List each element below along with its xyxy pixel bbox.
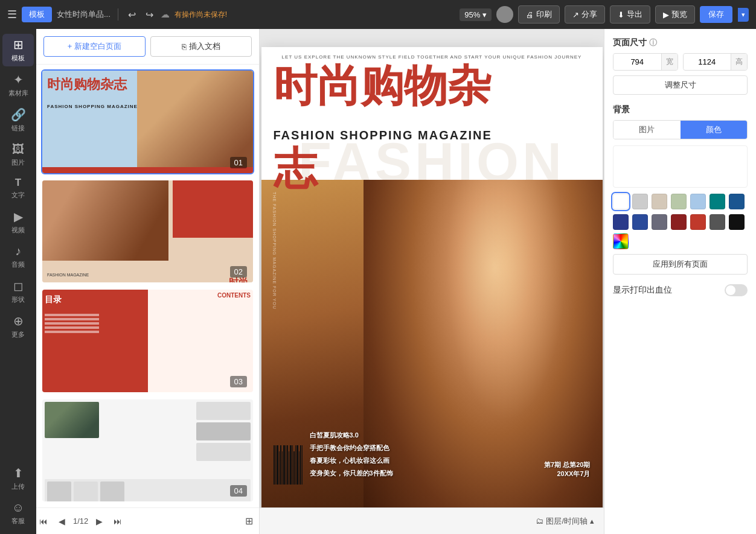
save-button[interactable]: 保存 (700, 6, 732, 23)
menu-icon[interactable]: ☰ (7, 8, 17, 21)
redo-button[interactable]: ↪ (143, 8, 156, 22)
sidebar-item-audio[interactable]: ♪ 音频 (2, 241, 34, 273)
width-label: 宽 (661, 54, 678, 70)
sidebar-item-video[interactable]: ▶ 视频 (2, 206, 34, 238)
adjust-size-button[interactable]: 调整尺寸 (613, 75, 748, 95)
height-label: 高 (731, 54, 747, 70)
last-page-button[interactable]: ⏭ (111, 515, 125, 527)
color-swatch-black[interactable] (729, 214, 745, 230)
assets-icon: ✦ (13, 72, 24, 87)
color-swatch-indigo[interactable] (632, 214, 648, 230)
canvas-issue-info: 第7期 总第20期 20XX年7月 (544, 460, 590, 478)
canvas-vertical-text: THE FASHION SHOPPING MAGAZINE FOR YOU (272, 192, 277, 310)
color-swatch-teal[interactable] (710, 194, 725, 209)
cloud-icon: ☁ (161, 9, 170, 20)
more-icon: ⊕ (13, 314, 24, 328)
shape-icon: ◻ (13, 279, 24, 293)
apply-all-button[interactable]: 应用到所有页面 (613, 254, 748, 275)
thumb2-desc: FASHION MAGAZINE (47, 273, 89, 277)
bg-tab-image[interactable]: 图片 (613, 121, 681, 139)
size-inputs: 宽 高 (613, 53, 748, 71)
height-input-group: 高 (683, 53, 748, 71)
page-nav: ⏮ ◀ 1/12 ▶ ⏭ ⊞ (36, 507, 259, 534)
thumbnail-item[interactable]: 时尚 FASHION MAGAZINE 02 (41, 179, 254, 284)
main-layout: ⊞ 模板 ✦ 素材库 🔗 链接 🖼 图片 T 文字 ▶ 视频 ♪ 音频 ◻ (0, 29, 756, 534)
insert-doc-button[interactable]: ⎘ 插入文档 (150, 36, 252, 57)
thumb-badge: 04 (230, 485, 247, 497)
play-icon: ▶ (663, 10, 669, 19)
sidebar-item-label-more: 更多 (11, 330, 25, 339)
color-swatch-rainbow[interactable] (613, 234, 629, 249)
grid-view-button[interactable]: ⊞ (245, 515, 253, 527)
canvas-page[interactable]: LET US EXPLORE THE UNKNOWN STYLE FIELD T… (261, 47, 603, 507)
color-swatch-skyblue[interactable] (690, 194, 706, 209)
thumbnail-item[interactable]: 04 (41, 398, 254, 503)
canvas-area: LET US EXPLORE THE UNKNOWN STYLE FIELD T… (260, 29, 604, 534)
share-button[interactable]: ↗ 分享 (565, 5, 605, 24)
thumbnail-item[interactable]: 目录 CONTENTS 03 (41, 288, 254, 393)
save-dropdown-button[interactable]: ▾ (738, 8, 749, 22)
sidebar-item-label-audio: 音频 (11, 260, 25, 269)
layers-timeline-button[interactable]: 🗂 图层/时间轴 ▴ (536, 516, 594, 527)
color-swatch-darkgray[interactable] (652, 214, 667, 230)
color-swatches (613, 194, 748, 209)
image-icon: 🖼 (12, 142, 24, 156)
width-input[interactable] (613, 54, 661, 69)
sidebar-item-template[interactable]: ⊞ 模板 (2, 34, 34, 66)
sidebar-item-service[interactable]: ☺ 客服 (2, 497, 34, 529)
thumb1-title: 时尚购物杂志 (47, 75, 127, 94)
color-swatch-lightgray[interactable] (632, 194, 648, 209)
sidebar-item-image[interactable]: 🖼 图片 (2, 139, 34, 171)
sidebar-item-link[interactable]: 🔗 链接 (2, 104, 34, 136)
color-swatch-brown[interactable] (671, 214, 687, 230)
share-icon: ↗ (572, 10, 579, 19)
sidebar-item-label-link: 链接 (11, 124, 25, 133)
color-swatch-sage[interactable] (671, 194, 687, 209)
page-size-title: 页面尺寸 ⓘ (613, 37, 748, 48)
bleed-section: 显示打印出血位 (613, 284, 748, 296)
insert-icon: ⎘ (182, 42, 187, 51)
text-icon: T (15, 177, 21, 189)
sidebar-icons: ⊞ 模板 ✦ 素材库 🔗 链接 🖼 图片 T 文字 ▶ 视频 ♪ 音频 ◻ (0, 29, 36, 534)
print-button[interactable]: 🖨 印刷 (518, 5, 560, 24)
sidebar-item-label-image: 图片 (11, 158, 25, 167)
height-input[interactable] (684, 54, 731, 69)
service-icon: ☺ (12, 501, 24, 515)
page-current: 1/12 (73, 517, 88, 526)
new-page-button[interactable]: + 新建空白页面 (43, 36, 146, 57)
color-swatch-darkblue[interactable] (613, 214, 629, 230)
page-size-section: 页面尺寸 ⓘ 宽 高 调整尺寸 (613, 37, 748, 95)
export-button[interactable]: ⬇ 导出 (610, 5, 650, 24)
canvas-scroll[interactable]: LET US EXPLORE THE UNKNOWN STYLE FIELD T… (260, 29, 604, 507)
zoom-control[interactable]: 95% ▾ (460, 8, 492, 21)
upload-icon: ⬆ (13, 466, 24, 480)
user-avatar[interactable] (496, 6, 513, 23)
thumbnail-list: 时尚购物杂志 FASHION SHOPPING MAGAZINE 01 时尚 F… (36, 65, 259, 507)
thumb-badge: 01 (230, 157, 247, 168)
thumb3-title: 目录 (45, 294, 62, 305)
sidebar-item-shape[interactable]: ◻ 形状 (2, 275, 34, 308)
left-panel: + 新建空白页面 ⎘ 插入文档 时尚购物杂志 FASHION SHOPPING … (36, 29, 260, 534)
sidebar-item-label-template: 模板 (11, 54, 25, 63)
undo-button[interactable]: ↩ (126, 8, 138, 22)
sidebar-item-more[interactable]: ⊕ 更多 (2, 310, 34, 343)
template-button[interactable]: 模板 (22, 7, 52, 22)
next-page-button[interactable]: ▶ (93, 515, 106, 527)
color-swatch-charcoal[interactable] (710, 214, 725, 230)
color-swatch-red[interactable] (690, 214, 706, 230)
first-page-button[interactable]: ⏮ (36, 515, 51, 527)
sidebar-item-upload[interactable]: ⬆ 上传 (2, 462, 34, 495)
sidebar-item-assets[interactable]: ✦ 素材库 (2, 69, 34, 101)
sidebar-item-label-text: 文字 (11, 191, 25, 200)
color-swatch-beige[interactable] (652, 194, 667, 209)
bleed-toggle[interactable] (725, 284, 748, 296)
layers-icon: 🗂 (536, 517, 543, 526)
thumbnail-item[interactable]: 时尚购物杂志 FASHION SHOPPING MAGAZINE 01 (41, 69, 254, 174)
bg-tab-color[interactable]: 颜色 (681, 121, 748, 139)
color-swatch-navy[interactable] (729, 194, 745, 209)
color-swatches-row2 (613, 214, 748, 249)
prev-page-button[interactable]: ◀ (56, 515, 68, 527)
sidebar-item-text[interactable]: T 文字 (2, 173, 34, 203)
color-swatch-white[interactable] (613, 194, 629, 209)
preview-button[interactable]: ▶ 预览 (655, 5, 695, 24)
